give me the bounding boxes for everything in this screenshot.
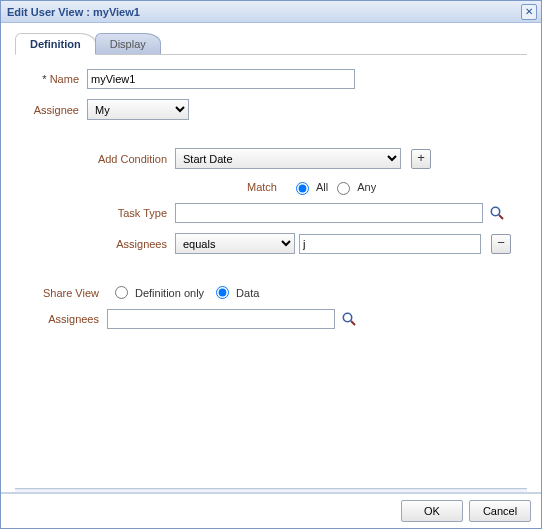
share-data-label: Data (236, 287, 259, 299)
plus-icon: + (417, 150, 425, 165)
svg-point-2 (343, 313, 351, 321)
tab-bar: Definition Display (15, 31, 527, 55)
dialog: Edit User View : myView1 ✕ Definition Di… (0, 0, 542, 529)
task-type-input[interactable] (175, 203, 483, 223)
ok-button[interactable]: OK (401, 500, 463, 522)
tab-display[interactable]: Display (95, 33, 161, 54)
assignees-value-input[interactable] (299, 234, 481, 254)
cond-assignees-label: Assignees (15, 238, 175, 250)
match-label: Match (247, 181, 287, 193)
dialog-footer: OK Cancel (1, 492, 541, 528)
svg-line-1 (499, 215, 503, 219)
assignee-select[interactable]: My (87, 99, 189, 120)
task-type-label: Task Type (15, 207, 175, 219)
name-label: * Name (15, 73, 87, 85)
add-condition-select[interactable]: Start Date (175, 148, 401, 169)
share-view-label: Share View (15, 287, 107, 299)
search-icon[interactable] (489, 205, 505, 221)
dialog-body: Definition Display * Name Assignee My Ad… (1, 23, 541, 488)
tab-definition[interactable]: Definition (15, 33, 96, 55)
dialog-title: Edit User View : myView1 (7, 6, 521, 18)
share-definition-label: Definition only (135, 287, 204, 299)
name-input[interactable] (87, 69, 355, 89)
match-all-radio[interactable] (296, 182, 309, 195)
cancel-button[interactable]: Cancel (469, 500, 531, 522)
search-icon[interactable] (341, 311, 357, 327)
minus-icon: − (497, 235, 505, 250)
assignees-op-select[interactable]: equals (175, 233, 295, 254)
add-condition-button[interactable]: + (411, 149, 431, 169)
match-any-radio[interactable] (337, 182, 350, 195)
assignee-label: Assignee (15, 104, 87, 116)
match-any-label: Any (357, 181, 376, 193)
svg-line-3 (351, 321, 355, 325)
share-data-radio[interactable] (216, 286, 229, 299)
share-definition-radio[interactable] (115, 286, 128, 299)
titlebar: Edit User View : myView1 ✕ (1, 1, 541, 23)
match-all-label: All (316, 181, 328, 193)
share-assignees-input[interactable] (107, 309, 335, 329)
svg-point-0 (491, 207, 499, 215)
share-assignees-label: Assignees (15, 313, 107, 325)
remove-condition-button[interactable]: − (491, 234, 511, 254)
add-condition-label: Add Condition (15, 153, 175, 165)
close-icon[interactable]: ✕ (521, 4, 537, 20)
